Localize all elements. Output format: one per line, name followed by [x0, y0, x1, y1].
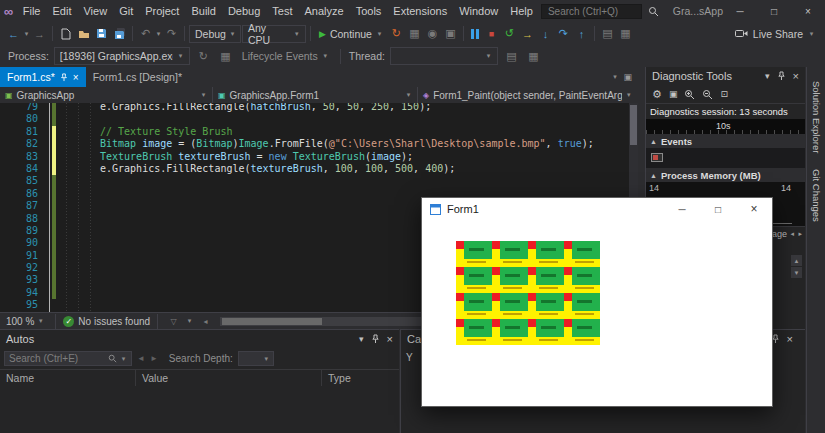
form1-titlebar[interactable]: Form1 ─ □ ×: [422, 198, 772, 220]
menu-analyze[interactable]: Analyze: [299, 5, 350, 17]
snapshot-icon[interactable]: ▣: [669, 89, 678, 99]
thread-list-icon[interactable]: ▦: [525, 47, 542, 66]
events-section-header[interactable]: ▲ Events: [646, 134, 805, 148]
live-share-button[interactable]: Live Share ▾: [735, 28, 815, 40]
thread-dropdown[interactable]: ▾: [390, 47, 498, 65]
menu-view[interactable]: View: [77, 5, 113, 17]
search-next-icon[interactable]: ►: [150, 354, 158, 363]
form1-maximize-button[interactable]: □: [700, 198, 736, 220]
scroll-up-icon[interactable]: ▲: [791, 255, 802, 266]
type-dropdown[interactable]: ▣ GraphicsApp.Form1 ▾: [213, 87, 418, 103]
code-line[interactable]: 83TextureBrush textureBrush = new Textur…: [0, 151, 629, 163]
code-line[interactable]: 79e.Graphics.FillRectangle(hatchBrush, 5…: [0, 103, 629, 113]
hot-reload-icon[interactable]: ↻: [388, 24, 405, 43]
lifecycle-events-dropdown[interactable]: Lifecycle Events ▾: [239, 50, 332, 62]
pin-icon[interactable]: [777, 71, 786, 81]
save-all-icon[interactable]: [111, 24, 128, 43]
tab-form1-cs[interactable]: Form1.cs*×: [0, 67, 86, 87]
menu-window[interactable]: Window: [453, 5, 504, 17]
tab-scroll-left-icon[interactable]: ◂: [790, 230, 794, 238]
zoom-out-icon[interactable]: [702, 89, 713, 100]
column-header-name[interactable]: Name: [0, 370, 136, 386]
window-position-icon[interactable]: ▾: [765, 71, 770, 81]
navigate-forward-icon[interactable]: →: [31, 24, 48, 43]
breakpoints-window-icon[interactable]: ▦: [406, 24, 423, 43]
settings-gear-icon[interactable]: ⚙: [652, 88, 662, 101]
form1-window[interactable]: Form1 ─ □ ×: [421, 197, 773, 407]
active-files-dropdown-icon[interactable]: ▾: [611, 73, 618, 81]
scroll-down-icon[interactable]: ▼: [791, 267, 802, 278]
search-icon[interactable]: [648, 6, 659, 17]
code-line[interactable]: 80: [0, 113, 629, 125]
event-marker-icon[interactable]: [651, 153, 663, 162]
open-file-icon[interactable]: [75, 24, 92, 43]
diagnostic-tools-header[interactable]: Diagnostic Tools ▾ ×: [646, 67, 805, 85]
menu-extensions[interactable]: Extensions: [387, 5, 453, 17]
side-tab-git-changes[interactable]: Git Changes: [811, 169, 822, 222]
diagnostics-timeline[interactable]: 10s: [646, 119, 805, 134]
continue-button[interactable]: ▶ Continue ▾: [315, 28, 387, 40]
close-icon[interactable]: ×: [787, 333, 793, 345]
code-line[interactable]: 81// Texture Style Brush: [0, 126, 629, 138]
autos-body[interactable]: [0, 386, 399, 433]
pin-icon[interactable]: [60, 73, 68, 82]
editor-vscroll-thumb[interactable]: [630, 105, 637, 145]
maximize-button[interactable]: □: [757, 0, 791, 22]
back-dropdown-icon[interactable]: ▾: [23, 30, 30, 38]
close-button[interactable]: ×: [791, 0, 825, 22]
solution-windows-icon[interactable]: ▦: [617, 24, 634, 43]
autos-header[interactable]: Autos ▾ ×: [0, 330, 399, 348]
events-track[interactable]: [646, 148, 805, 168]
search-depth-spinner[interactable]: ▾: [238, 351, 274, 366]
process-dropdown[interactable]: [18936] GraphicsApp.exe ▾: [54, 47, 190, 65]
search-options-icon[interactable]: ▾: [120, 355, 127, 363]
step-out-icon[interactable]: ↑: [573, 24, 590, 43]
scroll-left-icon[interactable]: ◂: [197, 312, 214, 331]
menu-file[interactable]: File: [17, 5, 47, 17]
undo-icon[interactable]: ↶: [137, 24, 154, 43]
filter-icon[interactable]: ▽: [165, 312, 182, 331]
break-all-icon[interactable]: [468, 24, 482, 43]
project-dropdown[interactable]: ▣ GraphicsApp ▾: [0, 87, 213, 103]
menu-debug[interactable]: Debug: [222, 5, 266, 17]
column-header-value[interactable]: Value: [136, 370, 322, 386]
menu-project[interactable]: Project: [139, 5, 185, 17]
column-header-type[interactable]: Type: [322, 370, 399, 386]
zoom-dropdown[interactable]: 100 % ▾: [2, 316, 48, 327]
close-icon[interactable]: ×: [793, 70, 799, 82]
autos-search-input[interactable]: Search (Ctrl+E) ▾: [4, 351, 132, 366]
chevron-down-icon[interactable]: ▾: [186, 317, 193, 325]
close-icon[interactable]: ×: [387, 333, 393, 345]
code-line[interactable]: 84e.Graphics.FillRectangle(textureBrush,…: [0, 163, 629, 175]
new-file-icon[interactable]: [57, 24, 74, 43]
zoom-in-icon[interactable]: [684, 89, 695, 100]
diagnostics-icon[interactable]: ◉: [424, 24, 441, 43]
form1-minimize-button[interactable]: ─: [664, 198, 700, 220]
form1-close-button[interactable]: ×: [736, 198, 772, 220]
refresh-process-icon[interactable]: ↻: [195, 47, 212, 66]
menu-edit[interactable]: Edit: [47, 5, 78, 17]
menu-build[interactable]: Build: [185, 5, 221, 17]
search-prev-icon[interactable]: ◄: [137, 354, 145, 363]
close-tab-icon[interactable]: ×: [73, 72, 79, 83]
redo-icon[interactable]: ↷: [163, 24, 180, 43]
reset-view-icon[interactable]: ⊡: [720, 89, 728, 99]
pin-icon[interactable]: [371, 334, 380, 344]
process-info-icon[interactable]: ▦: [217, 47, 234, 66]
navigate-back-icon[interactable]: ←: [5, 24, 22, 43]
menu-tools[interactable]: Tools: [350, 5, 388, 17]
stop-debugging-icon[interactable]: ■: [483, 24, 500, 43]
windows-icon[interactable]: ▣: [442, 24, 459, 43]
memory-section-header[interactable]: ▲ Process Memory (MB): [646, 168, 805, 182]
tab-form1-cs-design[interactable]: Form1.cs [Design]*: [86, 67, 189, 87]
menu-git[interactable]: Git: [113, 5, 139, 17]
search-icon[interactable]: [108, 354, 117, 363]
minimize-button[interactable]: ─: [723, 0, 757, 22]
window-position-icon[interactable]: ▾: [359, 334, 364, 344]
health-check-icon[interactable]: ✓: [63, 316, 74, 327]
stack-frame-icon[interactable]: ▤: [503, 47, 520, 66]
code-line[interactable]: 82Bitmap image = (Bitmap)Image.FromFile(…: [0, 138, 629, 150]
float-window-icon[interactable]: ▣: [623, 72, 632, 82]
code-line[interactable]: 85: [0, 175, 629, 187]
member-dropdown[interactable]: ◈ Form1_Paint(object sender, PaintEventA…: [418, 87, 637, 103]
